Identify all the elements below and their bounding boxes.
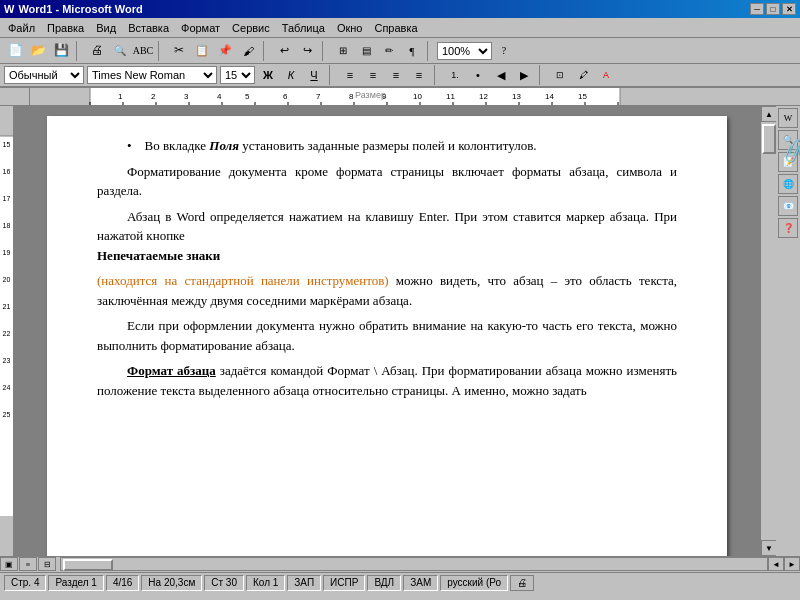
view-buttons: ▣ ≡ ⊟	[0, 557, 60, 572]
menu-view[interactable]: Вид	[90, 20, 122, 36]
paste-button[interactable]: 📌	[214, 41, 236, 61]
status-page-count: 4/16	[106, 575, 139, 591]
size-select[interactable]: 15	[220, 66, 255, 84]
svg-text:13: 13	[512, 92, 521, 101]
scroll-up-button[interactable]: ▲	[761, 106, 777, 122]
menu-window[interactable]: Окно	[331, 20, 369, 36]
preview-button[interactable]: 🔍	[109, 41, 131, 61]
scroll-right-button[interactable]: ►	[784, 557, 800, 571]
open-button[interactable]: 📂	[27, 41, 49, 61]
indent-increase[interactable]: ▶	[514, 66, 534, 84]
bul-list[interactable]: •	[468, 66, 488, 84]
status-page: Стр. 4	[4, 575, 46, 591]
svg-text:2: 2	[151, 92, 156, 101]
para2-bold: Непечатаемые знаки	[97, 248, 220, 263]
align-justify[interactable]: ≡	[409, 66, 429, 84]
show-para[interactable]: ¶	[401, 41, 423, 61]
bold-button[interactable]: Ж	[258, 66, 278, 84]
paragraph-1: Форматирование документа кроме формата с…	[97, 162, 677, 201]
status-line: Ст 30	[204, 575, 244, 591]
save-button[interactable]: 💾	[50, 41, 72, 61]
drawing-button[interactable]: ✏	[378, 41, 400, 61]
window-title: Word1 - Microsoft Word	[18, 3, 142, 15]
vertical-scrollbar: ▲ ▼	[760, 106, 776, 556]
undo-button[interactable]: ↩	[273, 41, 295, 61]
copy-button[interactable]: 📋	[191, 41, 213, 61]
maximize-button[interactable]: □	[766, 3, 780, 15]
vertical-ruler: 15 16 17 18 19 20 21 22 23 24 25	[0, 106, 14, 556]
zoom-select[interactable]: 100%	[437, 42, 492, 60]
ruler-area: 1 2 3 4 6 7 8 9 10 11 12 13 14 15 5 Разм…	[0, 88, 800, 106]
align-right[interactable]: ≡	[386, 66, 406, 84]
title-bar-controls: ─ □ ✕	[750, 3, 796, 15]
paragraph-4: Если при оформлении документа нужно обра…	[97, 316, 677, 355]
menu-table[interactable]: Таблица	[276, 20, 331, 36]
font-color-button[interactable]: A	[596, 66, 616, 84]
menu-help[interactable]: Справка	[368, 20, 423, 36]
separator-1	[76, 41, 82, 61]
separator-fmt	[329, 65, 335, 85]
menu-format[interactable]: Формат	[175, 20, 226, 36]
minimize-button[interactable]: ─	[750, 3, 764, 15]
menu-bar: Файл Правка Вид Вставка Формат Сервис Та…	[0, 18, 800, 38]
status-language: русский (Ро	[440, 575, 508, 591]
border-button[interactable]: ⊡	[550, 66, 570, 84]
misc-tools: ⊞ ▤ ✏ ¶	[332, 41, 423, 61]
style-select[interactable]: Обычный	[4, 66, 84, 84]
para2-start: Абзац в Word определяется нажатием на кл…	[97, 209, 677, 244]
highlight-button[interactable]: 🖍	[573, 66, 593, 84]
status-bar: Стр. 4 Раздел 1 4/16 На 20,3см Ст 30 Кол…	[0, 572, 800, 592]
table-button[interactable]: ⊞	[332, 41, 354, 61]
redo-button[interactable]: ↪	[296, 41, 318, 61]
scroll-thumb[interactable]	[762, 124, 776, 154]
menu-service[interactable]: Сервис	[226, 20, 276, 36]
underline-button[interactable]: Ч	[304, 66, 324, 84]
zoom-help[interactable]: ?	[493, 41, 515, 61]
close-button[interactable]: ✕	[782, 3, 796, 15]
para1-text: Форматирование документа кроме формата с…	[97, 164, 677, 199]
layout-view-button[interactable]: ⊟	[38, 557, 56, 571]
document-page: • Во вкладке Поля установить заданные ра…	[47, 116, 727, 556]
outline-view-button[interactable]: ≡	[19, 557, 37, 571]
panel-icon-6[interactable]: ❓	[778, 218, 798, 238]
paragraph-5: Формат абзаца задаётся командой Формат \…	[97, 361, 677, 400]
svg-text:4: 4	[217, 92, 222, 101]
document-area: • Во вкладке Поля установить заданные ра…	[14, 106, 760, 556]
h-scroll-track[interactable]	[60, 557, 768, 571]
align-left[interactable]: ≡	[340, 66, 360, 84]
normal-view-button[interactable]: ▣	[0, 557, 18, 571]
svg-text:3: 3	[184, 92, 189, 101]
format-bar: Обычный Times New Roman 15 Ж К Ч ≡ ≡ ≡ ≡…	[0, 64, 800, 88]
menu-edit[interactable]: Правка	[41, 20, 90, 36]
print-button[interactable]: 🖨	[86, 41, 108, 61]
num-list[interactable]: 1.	[445, 66, 465, 84]
menu-insert[interactable]: Вставка	[122, 20, 175, 36]
svg-text:7: 7	[316, 92, 321, 101]
align-center[interactable]: ≡	[363, 66, 383, 84]
status-ispravl: ИСПР	[323, 575, 365, 591]
columns-button[interactable]: ▤	[355, 41, 377, 61]
svg-text:10: 10	[413, 92, 422, 101]
horizontal-scrollbar-area: ▣ ≡ ⊟ ◄ ►	[0, 556, 800, 572]
scroll-down-button[interactable]: ▼	[761, 540, 777, 556]
h-scroll-thumb[interactable]	[63, 559, 113, 571]
status-position: На 20,3см	[141, 575, 202, 591]
svg-text:6: 6	[283, 92, 288, 101]
italic-button[interactable]: К	[281, 66, 301, 84]
scroll-track[interactable]	[761, 122, 776, 540]
font-select[interactable]: Times New Roman	[87, 66, 217, 84]
clippy-mascot: 🖇️	[780, 111, 800, 191]
format-painter[interactable]: 🖌	[237, 41, 259, 61]
menu-file[interactable]: Файл	[2, 20, 41, 36]
spell-button[interactable]: ABC	[132, 41, 154, 61]
status-icon: 🖨	[510, 575, 534, 591]
separator-4	[322, 41, 328, 61]
cut-button[interactable]: ✂	[168, 41, 190, 61]
edit-tools: ✂ 📋 📌 🖌	[168, 41, 259, 61]
main-toolbar: 📄 📂 💾 🖨 🔍 ABC ✂ 📋 📌 🖌 ↩ ↪ ⊞ ▤ ✏ ¶ 100% ?	[0, 38, 800, 64]
indent-decrease[interactable]: ◀	[491, 66, 511, 84]
new-button[interactable]: 📄	[4, 41, 26, 61]
panel-icon-5[interactable]: 📧	[778, 196, 798, 216]
para4-text: Если при оформлении документа нужно обра…	[97, 318, 677, 353]
scroll-left-button[interactable]: ◄	[768, 557, 784, 571]
